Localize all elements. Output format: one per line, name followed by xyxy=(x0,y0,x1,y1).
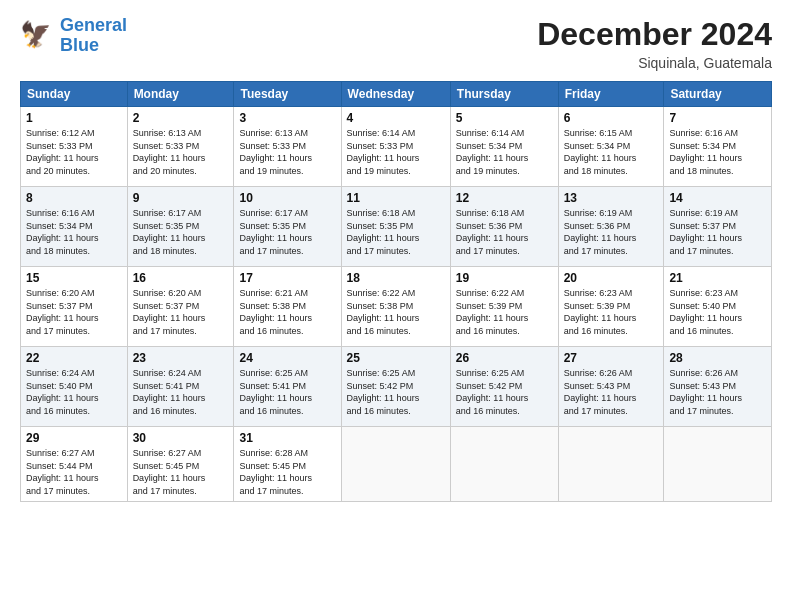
day-info: Sunrise: 6:12 AM Sunset: 5:33 PM Dayligh… xyxy=(26,127,122,177)
day-number: 19 xyxy=(456,271,553,285)
day-info: Sunrise: 6:13 AM Sunset: 5:33 PM Dayligh… xyxy=(133,127,229,177)
day-number: 25 xyxy=(347,351,445,365)
page: 🦅 General Blue December 2024 Siquinala, … xyxy=(0,0,792,612)
day-number: 5 xyxy=(456,111,553,125)
day-info: Sunrise: 6:28 AM Sunset: 5:45 PM Dayligh… xyxy=(239,447,335,497)
calendar-cell: 7Sunrise: 6:16 AM Sunset: 5:34 PM Daylig… xyxy=(664,107,772,187)
day-info: Sunrise: 6:20 AM Sunset: 5:37 PM Dayligh… xyxy=(26,287,122,337)
logo: 🦅 General Blue xyxy=(20,16,127,56)
calendar-cell: 13Sunrise: 6:19 AM Sunset: 5:36 PM Dayli… xyxy=(558,187,664,267)
calendar-week-row: 15Sunrise: 6:20 AM Sunset: 5:37 PM Dayli… xyxy=(21,267,772,347)
day-number: 15 xyxy=(26,271,122,285)
calendar-cell: 12Sunrise: 6:18 AM Sunset: 5:36 PM Dayli… xyxy=(450,187,558,267)
calendar-week-row: 22Sunrise: 6:24 AM Sunset: 5:40 PM Dayli… xyxy=(21,347,772,427)
day-number: 9 xyxy=(133,191,229,205)
day-number: 3 xyxy=(239,111,335,125)
day-number: 31 xyxy=(239,431,335,445)
calendar-cell: 3Sunrise: 6:13 AM Sunset: 5:33 PM Daylig… xyxy=(234,107,341,187)
day-number: 24 xyxy=(239,351,335,365)
calendar-day-header: Sunday xyxy=(21,82,128,107)
day-info: Sunrise: 6:27 AM Sunset: 5:45 PM Dayligh… xyxy=(133,447,229,497)
calendar-cell: 26Sunrise: 6:25 AM Sunset: 5:42 PM Dayli… xyxy=(450,347,558,427)
day-info: Sunrise: 6:23 AM Sunset: 5:39 PM Dayligh… xyxy=(564,287,659,337)
day-info: Sunrise: 6:20 AM Sunset: 5:37 PM Dayligh… xyxy=(133,287,229,337)
day-info: Sunrise: 6:18 AM Sunset: 5:35 PM Dayligh… xyxy=(347,207,445,257)
header: 🦅 General Blue December 2024 Siquinala, … xyxy=(20,16,772,71)
calendar-cell: 19Sunrise: 6:22 AM Sunset: 5:39 PM Dayli… xyxy=(450,267,558,347)
calendar-cell: 10Sunrise: 6:17 AM Sunset: 5:35 PM Dayli… xyxy=(234,187,341,267)
day-info: Sunrise: 6:19 AM Sunset: 5:37 PM Dayligh… xyxy=(669,207,766,257)
calendar-cell: 14Sunrise: 6:19 AM Sunset: 5:37 PM Dayli… xyxy=(664,187,772,267)
day-number: 4 xyxy=(347,111,445,125)
day-info: Sunrise: 6:15 AM Sunset: 5:34 PM Dayligh… xyxy=(564,127,659,177)
calendar-cell xyxy=(558,427,664,502)
day-number: 21 xyxy=(669,271,766,285)
day-number: 18 xyxy=(347,271,445,285)
day-number: 7 xyxy=(669,111,766,125)
calendar-cell: 4Sunrise: 6:14 AM Sunset: 5:33 PM Daylig… xyxy=(341,107,450,187)
day-number: 12 xyxy=(456,191,553,205)
calendar-cell: 15Sunrise: 6:20 AM Sunset: 5:37 PM Dayli… xyxy=(21,267,128,347)
calendar-cell: 22Sunrise: 6:24 AM Sunset: 5:40 PM Dayli… xyxy=(21,347,128,427)
day-number: 13 xyxy=(564,191,659,205)
day-number: 29 xyxy=(26,431,122,445)
day-info: Sunrise: 6:13 AM Sunset: 5:33 PM Dayligh… xyxy=(239,127,335,177)
calendar-cell: 17Sunrise: 6:21 AM Sunset: 5:38 PM Dayli… xyxy=(234,267,341,347)
calendar-week-row: 8Sunrise: 6:16 AM Sunset: 5:34 PM Daylig… xyxy=(21,187,772,267)
day-number: 1 xyxy=(26,111,122,125)
calendar-cell: 27Sunrise: 6:26 AM Sunset: 5:43 PM Dayli… xyxy=(558,347,664,427)
day-number: 14 xyxy=(669,191,766,205)
calendar-cell: 30Sunrise: 6:27 AM Sunset: 5:45 PM Dayli… xyxy=(127,427,234,502)
svg-text:🦅: 🦅 xyxy=(20,19,52,50)
calendar-cell: 8Sunrise: 6:16 AM Sunset: 5:34 PM Daylig… xyxy=(21,187,128,267)
logo-bird-icon: 🦅 xyxy=(20,18,56,54)
logo-text: General Blue xyxy=(60,16,127,56)
calendar-table: SundayMondayTuesdayWednesdayThursdayFrid… xyxy=(20,81,772,502)
calendar-cell: 11Sunrise: 6:18 AM Sunset: 5:35 PM Dayli… xyxy=(341,187,450,267)
day-info: Sunrise: 6:24 AM Sunset: 5:40 PM Dayligh… xyxy=(26,367,122,417)
calendar-header-row: SundayMondayTuesdayWednesdayThursdayFrid… xyxy=(21,82,772,107)
day-info: Sunrise: 6:25 AM Sunset: 5:42 PM Dayligh… xyxy=(456,367,553,417)
day-info: Sunrise: 6:17 AM Sunset: 5:35 PM Dayligh… xyxy=(239,207,335,257)
calendar-cell xyxy=(450,427,558,502)
calendar-day-header: Monday xyxy=(127,82,234,107)
day-info: Sunrise: 6:23 AM Sunset: 5:40 PM Dayligh… xyxy=(669,287,766,337)
day-number: 22 xyxy=(26,351,122,365)
day-info: Sunrise: 6:16 AM Sunset: 5:34 PM Dayligh… xyxy=(26,207,122,257)
day-number: 8 xyxy=(26,191,122,205)
day-number: 17 xyxy=(239,271,335,285)
day-info: Sunrise: 6:18 AM Sunset: 5:36 PM Dayligh… xyxy=(456,207,553,257)
day-info: Sunrise: 6:26 AM Sunset: 5:43 PM Dayligh… xyxy=(669,367,766,417)
calendar-cell: 16Sunrise: 6:20 AM Sunset: 5:37 PM Dayli… xyxy=(127,267,234,347)
day-number: 16 xyxy=(133,271,229,285)
day-info: Sunrise: 6:24 AM Sunset: 5:41 PM Dayligh… xyxy=(133,367,229,417)
calendar-day-header: Friday xyxy=(558,82,664,107)
day-info: Sunrise: 6:21 AM Sunset: 5:38 PM Dayligh… xyxy=(239,287,335,337)
day-number: 27 xyxy=(564,351,659,365)
calendar-cell xyxy=(341,427,450,502)
calendar-day-header: Thursday xyxy=(450,82,558,107)
day-info: Sunrise: 6:19 AM Sunset: 5:36 PM Dayligh… xyxy=(564,207,659,257)
calendar-week-row: 29Sunrise: 6:27 AM Sunset: 5:44 PM Dayli… xyxy=(21,427,772,502)
calendar-cell: 21Sunrise: 6:23 AM Sunset: 5:40 PM Dayli… xyxy=(664,267,772,347)
calendar-cell: 1Sunrise: 6:12 AM Sunset: 5:33 PM Daylig… xyxy=(21,107,128,187)
calendar-cell: 28Sunrise: 6:26 AM Sunset: 5:43 PM Dayli… xyxy=(664,347,772,427)
day-info: Sunrise: 6:25 AM Sunset: 5:41 PM Dayligh… xyxy=(239,367,335,417)
day-number: 10 xyxy=(239,191,335,205)
calendar-cell: 23Sunrise: 6:24 AM Sunset: 5:41 PM Dayli… xyxy=(127,347,234,427)
day-number: 20 xyxy=(564,271,659,285)
day-number: 6 xyxy=(564,111,659,125)
calendar-cell: 6Sunrise: 6:15 AM Sunset: 5:34 PM Daylig… xyxy=(558,107,664,187)
day-info: Sunrise: 6:17 AM Sunset: 5:35 PM Dayligh… xyxy=(133,207,229,257)
calendar-cell: 18Sunrise: 6:22 AM Sunset: 5:38 PM Dayli… xyxy=(341,267,450,347)
day-info: Sunrise: 6:27 AM Sunset: 5:44 PM Dayligh… xyxy=(26,447,122,497)
day-info: Sunrise: 6:16 AM Sunset: 5:34 PM Dayligh… xyxy=(669,127,766,177)
calendar-week-row: 1Sunrise: 6:12 AM Sunset: 5:33 PM Daylig… xyxy=(21,107,772,187)
day-number: 11 xyxy=(347,191,445,205)
day-info: Sunrise: 6:22 AM Sunset: 5:39 PM Dayligh… xyxy=(456,287,553,337)
day-info: Sunrise: 6:14 AM Sunset: 5:33 PM Dayligh… xyxy=(347,127,445,177)
title-block: December 2024 Siquinala, Guatemala xyxy=(537,16,772,71)
calendar-day-header: Wednesday xyxy=(341,82,450,107)
calendar-cell: 31Sunrise: 6:28 AM Sunset: 5:45 PM Dayli… xyxy=(234,427,341,502)
calendar-cell: 25Sunrise: 6:25 AM Sunset: 5:42 PM Dayli… xyxy=(341,347,450,427)
